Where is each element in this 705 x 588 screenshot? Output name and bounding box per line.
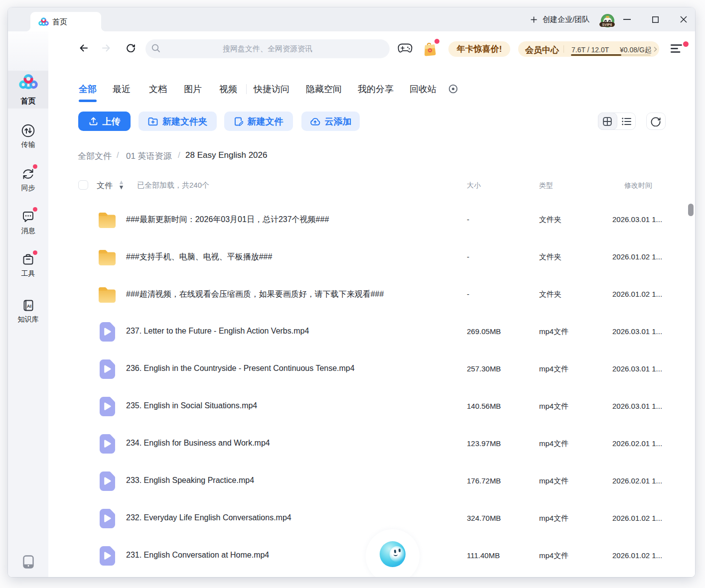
svg-text:AI: AI (27, 304, 31, 309)
